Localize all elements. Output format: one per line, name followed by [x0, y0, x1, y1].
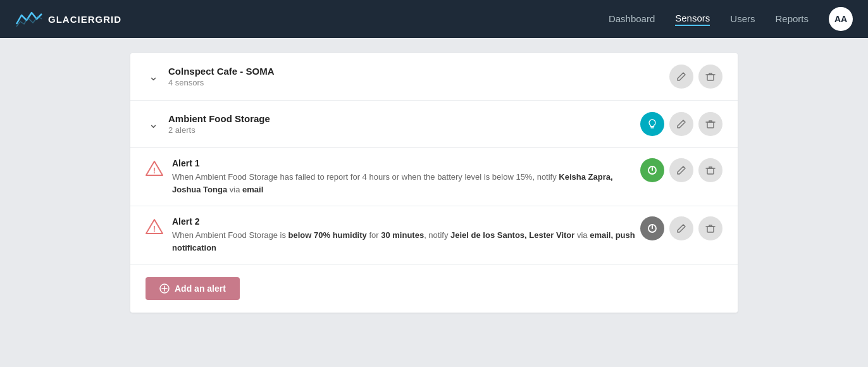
location-row: ⌄ Colnspect Cafe - SOMA 4 sensors — [130, 53, 738, 101]
location-sub: 4 sensors — [168, 78, 669, 87]
add-alert-row: Add an alert — [130, 264, 738, 313]
sensor-group-info: Ambient Food Storage 2 alerts — [168, 113, 640, 135]
edit-icon — [676, 72, 686, 82]
edit-icon — [676, 223, 686, 233]
user-avatar[interactable]: AA — [829, 7, 853, 31]
nav-users[interactable]: Users — [730, 13, 755, 25]
alert-2-edit-btn[interactable] — [669, 216, 693, 240]
location-actions — [669, 65, 722, 89]
sensor-group-actions — [640, 112, 722, 136]
logo[interactable]: GLACIERGRID — [15, 10, 121, 28]
alert-2-delete-btn[interactable] — [698, 216, 722, 240]
logo-text: GLACIERGRID — [48, 14, 121, 25]
edit-icon — [676, 165, 686, 175]
alert-2-desc: When Ambient Food Storage is below 70% h… — [172, 229, 640, 254]
svg-rect-5 — [707, 168, 714, 174]
alert-1-toggle-btn[interactable] — [640, 158, 664, 182]
sensor-group-edit-btn[interactable] — [669, 112, 693, 136]
alert-1-content: Alert 1 When Ambient Food Storage has fa… — [172, 158, 640, 196]
add-circle-icon — [159, 283, 170, 294]
nav-sensors[interactable]: Sensors — [675, 13, 710, 26]
alert-1-row: ! Alert 1 When Ambient Food Storage has … — [130, 148, 738, 206]
power-icon — [647, 223, 658, 234]
logo-icon — [15, 10, 43, 28]
edit-icon — [676, 119, 686, 129]
alert-2-row: ! Alert 2 When Ambient Food Storage is b… — [130, 206, 738, 264]
alert-2-toggle-btn[interactable] — [640, 216, 664, 240]
add-alert-label: Add an alert — [175, 283, 226, 294]
svg-text:!: ! — [153, 166, 156, 175]
nav-reports[interactable]: Reports — [775, 13, 809, 25]
trash-icon — [705, 119, 716, 129]
alert-1-actions — [640, 158, 722, 182]
alert-2-actions — [640, 216, 722, 240]
svg-text:!: ! — [153, 224, 156, 233]
sensor-group-name: Ambient Food Storage — [168, 113, 640, 124]
nav-links: Dashboard Sensors Users Reports AA — [609, 7, 853, 31]
navbar: GLACIERGRID Dashboard Sensors Users Repo… — [0, 0, 868, 38]
sensor-group-delete-btn[interactable] — [698, 112, 722, 136]
card-container: ⌄ Colnspect Cafe - SOMA 4 sensors — [130, 53, 738, 313]
alert-1-delete-btn[interactable] — [698, 158, 722, 182]
sensor-group-chevron-btn[interactable]: ⌄ — [146, 116, 161, 132]
main-content: ⌄ Colnspect Cafe - SOMA 4 sensors — [130, 38, 738, 328]
trash-icon — [705, 72, 716, 82]
location-info: Colnspect Cafe - SOMA 4 sensors — [168, 66, 669, 87]
alert-1-edit-btn[interactable] — [669, 158, 693, 182]
alert-warning-icon-2: ! — [146, 218, 163, 238]
location-delete-btn[interactable] — [698, 65, 722, 89]
alert-2-title: Alert 2 — [172, 216, 640, 227]
nav-dashboard[interactable]: Dashboard — [609, 13, 655, 25]
location-chevron-btn[interactable]: ⌄ — [146, 69, 161, 84]
alert-warning-icon-1: ! — [146, 159, 163, 180]
svg-rect-9 — [707, 227, 714, 232]
trash-icon — [705, 223, 716, 233]
svg-rect-1 — [707, 122, 714, 128]
power-icon — [647, 165, 658, 176]
alert-1-desc: When Ambient Food Storage has failed to … — [172, 171, 640, 196]
location-name: Colnspect Cafe - SOMA — [168, 66, 669, 77]
lightbulb-icon — [647, 118, 658, 130]
alert-2-content: Alert 2 When Ambient Food Storage is bel… — [172, 216, 640, 254]
location-edit-btn[interactable] — [669, 65, 693, 89]
sensor-group-row: ⌄ Ambient Food Storage 2 alerts — [130, 101, 738, 148]
sensor-group-sub: 2 alerts — [168, 125, 640, 135]
add-alert-btn[interactable]: Add an alert — [146, 277, 240, 300]
trash-icon — [705, 165, 716, 175]
sensor-group-lightbulb-btn[interactable] — [640, 112, 664, 136]
svg-rect-0 — [707, 75, 714, 80]
alert-1-title: Alert 1 — [172, 158, 640, 168]
